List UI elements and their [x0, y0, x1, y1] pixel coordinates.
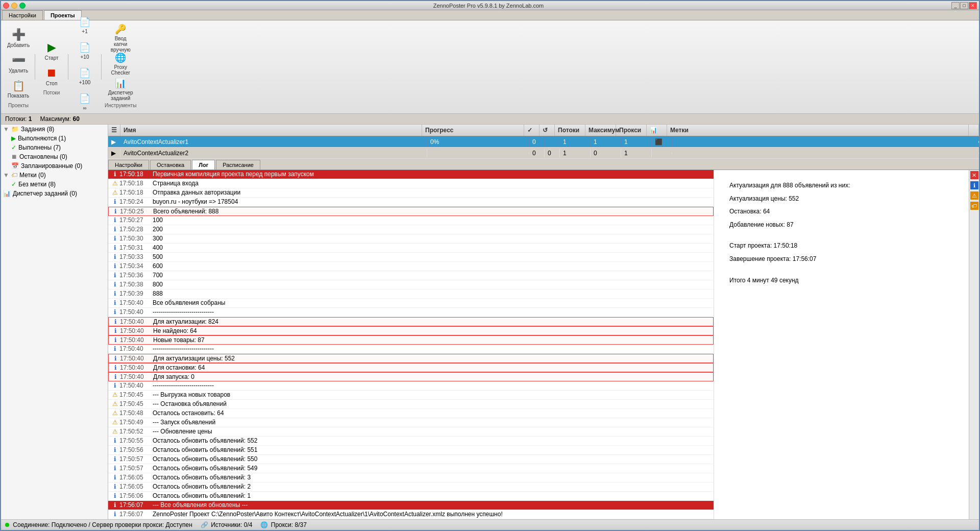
window-title: ZennoPoster Pro v5.9.8.1 by ZennoLab.com [26, 3, 951, 9]
status-connection: Соединение: Подключено / Сервер проверки… [5, 521, 192, 528]
proxy-checker-button[interactable]: 🌐 Proxy Checker [107, 52, 134, 76]
row2-max: 0 [591, 149, 621, 158]
maximize-btn[interactable] [19, 3, 26, 9]
table-row[interactable]: ▶ AvitoContextActualizer2 0 0 1 0 1 [108, 148, 979, 159]
log-entry: ℹ17:50:25Всего объявлений: 888 [108, 207, 714, 216]
tags-label: Метки (0) [19, 172, 46, 179]
done-label: Выполнены (7) [18, 144, 61, 151]
captcha-button[interactable]: 🔑 Ввод капчи вручную [107, 26, 134, 51]
minimize-btn[interactable] [11, 3, 17, 9]
th-name: Имя [120, 125, 422, 136]
table-row[interactable]: ▶ AvitoContextActualizer1 0% 0 1 1 1 ⬛ [108, 136, 979, 148]
right-content: ☰ Имя Прогресс ✓ ↺ Потоки Максимум Прокс… [108, 125, 979, 519]
log-entry-time: 17:56:06 [119, 492, 153, 499]
title-bar: ZennoPoster Pro v5.9.8.1 by ZennoLab.com… [1, 1, 979, 10]
log-info-btn[interactable]: ℹ [970, 181, 978, 189]
plus1-label: +1 [82, 29, 87, 34]
plus100-button[interactable]: 📄 +100 [71, 64, 98, 89]
log-entry-icon: ℹ [110, 474, 119, 481]
close-btn[interactable] [3, 3, 9, 9]
log-tag-btn[interactable]: 🏷 [970, 202, 978, 210]
log-entry-msg: 300 [153, 235, 712, 242]
infinity-button[interactable]: 📄 ∞ [71, 90, 98, 114]
log-entry: ⚠17:50:45--- Остановка объявлений [108, 400, 714, 409]
sidebar-item-stopped[interactable]: ⏹ Остановлены (0) [1, 152, 108, 161]
win-minimize-btn[interactable]: _ [951, 2, 960, 9]
log-entry-icon: ℹ [110, 465, 119, 472]
show-button[interactable]: 📋 Показать [5, 77, 32, 102]
tags-expand-icon: ▼ [3, 172, 9, 179]
log-warn-btn[interactable]: ⚠ [970, 191, 978, 200]
log-tab-settings[interactable]: Настройки [108, 160, 149, 170]
sources-icon: 🔗 [201, 521, 208, 528]
log-entry-time: 17:50:40 [119, 382, 153, 389]
start-button[interactable]: ▶ Старт [38, 39, 65, 63]
toolbar-group-tools: 🔑 Ввод капчи вручную 🌐 Proxy Checker 📊 Д… [105, 26, 136, 108]
log-list[interactable]: ℹ17:50:18Первичная компиляция проекта пе… [108, 170, 714, 519]
log-entry: ⚠17:50:18Отправка данных авторизации [108, 188, 714, 198]
plus10-label: +10 [81, 54, 89, 60]
log-entry-icon: ℹ [110, 501, 119, 509]
dispatcher-button[interactable]: 📊 Диспетчер заданий [107, 77, 134, 102]
log-entry-msg: Осталось обновить объявлений: 552 [153, 437, 712, 444]
log-entry: ℹ17:50:30300 [108, 234, 714, 244]
log-entry-icon: ⚠ [110, 391, 119, 398]
sidebar-item-notag[interactable]: ✓ Без метки (8) [1, 180, 108, 189]
log-entry: ⚠17:50:18Страница входа [108, 179, 714, 188]
win-close-btn[interactable]: ✕ [969, 2, 977, 9]
log-entry: ℹ17:50:40------------------------------ [108, 381, 714, 391]
row1-name: AvitoContextActualizer1 [120, 137, 427, 147]
connection-status-dot [5, 523, 9, 527]
log-entry-time: 17:50:30 [119, 235, 153, 242]
done-icon: ✓ [11, 144, 16, 151]
max-label: Максимум: 60 [40, 115, 79, 123]
win-restore-btn[interactable]: □ [960, 2, 968, 9]
row1-progress: 0% [427, 137, 529, 147]
log-tab-schedule[interactable]: Расписание [216, 160, 260, 170]
sidebar-item-scheduled[interactable]: 📅 Запланированные (0) [1, 161, 108, 171]
sidebar-item-dispatcher[interactable]: 📊 Диспетчер заданий (0) [1, 189, 108, 198]
log-entry-msg: Осталось остановить: 64 [153, 409, 712, 417]
log-entry: ℹ17:50:24buyon.ru - ноутбуки => 178504 [108, 198, 714, 207]
summary-line7: Итого 4 минут 49 секунд [729, 275, 953, 286]
plus10-button[interactable]: 📄 +10 [71, 39, 98, 63]
log-entry-icon: ℹ [110, 437, 119, 444]
log-entry-msg: --- Остановка объявлений [153, 400, 712, 407]
remove-icon: ➖ [12, 54, 26, 67]
log-entry: ℹ17:56:07ZennoPoster Проект C:\ZennoPost… [108, 510, 714, 519]
plus1-button[interactable]: 📄 +1 [71, 13, 98, 38]
log-entry-icon: ℹ [111, 336, 120, 344]
remove-button[interactable]: ➖ Удалить [5, 52, 32, 76]
log-tab-log[interactable]: Лог [192, 160, 215, 170]
plus1-icon: 📄 [79, 16, 90, 28]
sidebar-item-running[interactable]: ▶ Выполняются (1) [1, 134, 108, 143]
log-entry: ℹ17:50:33500 [108, 253, 714, 262]
table-header: ☰ Имя Прогресс ✓ ↺ Потоки Максимум Прокс… [108, 125, 979, 136]
sidebar-item-tags[interactable]: ▼ 🏷 Метки (0) [1, 171, 108, 180]
sidebar-item-tasks[interactable]: ▼ 📁 Задания (8) [1, 125, 108, 134]
log-tab-stop[interactable]: Остановка [150, 160, 191, 170]
log-entry-time: 17:50:33 [119, 253, 153, 260]
add-button[interactable]: ➕ Добавить [5, 26, 32, 51]
log-entry-msg: Не найдено: 64 [153, 327, 711, 334]
row2-progress [427, 152, 529, 154]
tasks-expand-icon: ▼ [3, 126, 9, 133]
log-entry-msg: ------------------------------ [153, 308, 712, 316]
toolbar-group-projects: ➕ Добавить ➖ Удалить 📋 Показать Проекты [5, 26, 32, 108]
log-entry-time: 17:50:27 [119, 216, 153, 224]
sidebar-item-done[interactable]: ✓ Выполнены (7) [1, 143, 108, 152]
log-entry: ℹ17:50:40Не найдено: 64 [108, 326, 714, 335]
log-entry-msg: --- Все объявления обновлены --- [153, 501, 712, 509]
log-entry-msg: ------------------------------ [153, 382, 712, 389]
log-close-btn[interactable]: ✕ [970, 171, 978, 179]
summary-panel: Актуализация для 888 объявлений из них: … [714, 170, 969, 519]
log-entry-msg: Все объявления собраны [153, 299, 712, 306]
row2-proxy: 1 [621, 149, 652, 158]
dispatcher-icon: 📊 [115, 78, 126, 89]
log-entry-icon: ℹ [111, 327, 120, 334]
log-entry: ⚠17:50:49--- Запуск объявлений [108, 418, 714, 427]
stop-button[interactable]: ⏹ Стоп [38, 64, 65, 89]
tags-folder-icon: 🏷 [11, 172, 17, 179]
tab-settings[interactable]: Настройки [2, 10, 43, 20]
log-content: ℹ17:50:18Первичная компиляция проекта пе… [108, 170, 979, 519]
